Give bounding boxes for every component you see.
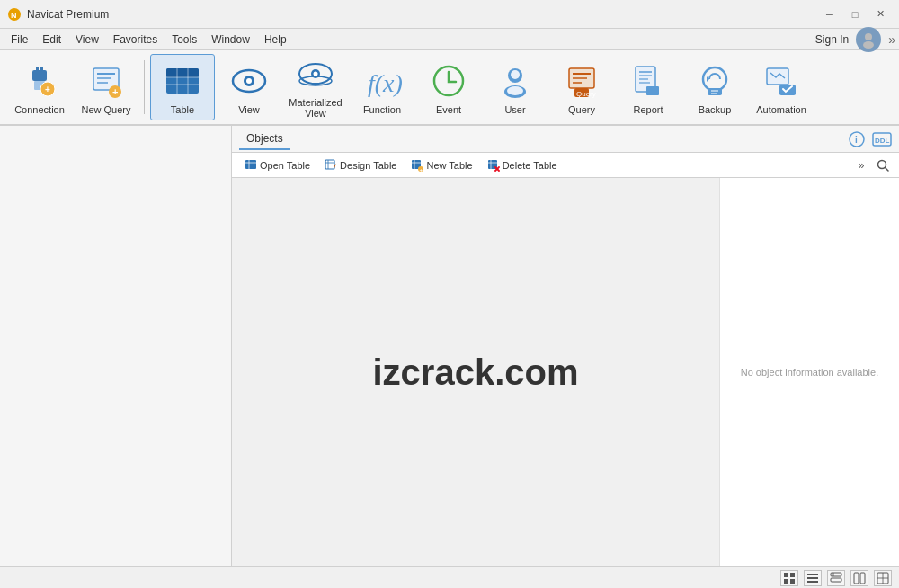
toolbar-query[interactable]: Query Query <box>549 54 614 120</box>
grid-view-icon <box>783 572 796 584</box>
svg-rect-60 <box>325 160 334 169</box>
svg-rect-77 <box>784 579 788 584</box>
toolbar-function[interactable]: f(x) Function <box>350 54 414 120</box>
svg-rect-82 <box>831 573 841 576</box>
user-avatar <box>856 27 881 52</box>
view-icon <box>229 61 269 101</box>
svg-text:i: i <box>855 135 858 145</box>
minimize-button[interactable]: ─ <box>818 5 841 23</box>
svg-rect-5 <box>36 67 39 71</box>
toolbar-connection[interactable]: + Connection <box>7 54 72 120</box>
open-table-icon <box>245 159 257 172</box>
status-bar <box>0 566 899 588</box>
ddl-icon[interactable]: DDL <box>872 129 892 149</box>
toolbar-sep-1 <box>144 60 145 114</box>
delete-table-label: Delete Table <box>503 160 557 171</box>
action-bar: Open Table Design Table <box>232 153 899 178</box>
svg-rect-83 <box>831 578 841 582</box>
svg-text:+: + <box>112 86 118 97</box>
user-icon <box>495 61 535 101</box>
svg-rect-85 <box>854 573 859 584</box>
svg-text:DDL: DDL <box>875 137 890 145</box>
toolbar-user[interactable]: User <box>483 54 547 120</box>
details-view-icon <box>830 572 842 584</box>
close-button[interactable]: ✕ <box>868 5 892 23</box>
menu-help[interactable]: Help <box>257 31 294 48</box>
design-table-button[interactable]: Design Table <box>319 157 402 174</box>
expand-icon[interactable]: » <box>888 32 895 47</box>
svg-text:Query: Query <box>576 90 596 98</box>
title-bar-left: N Navicat Premium <box>7 7 109 22</box>
new-query-icon: + <box>86 61 126 101</box>
design-table-label: Design Table <box>340 160 396 171</box>
toolbar-materialized-view[interactable]: Materialized View <box>283 54 348 120</box>
svg-point-33 <box>511 70 520 79</box>
svg-rect-76 <box>790 573 795 577</box>
list-view-icon <box>806 572 819 584</box>
no-info-text: No object information available. <box>741 367 878 378</box>
sign-in-area: Sign In » <box>815 27 895 52</box>
action-more-button[interactable]: » <box>852 156 870 174</box>
svg-text:N: N <box>11 11 17 20</box>
column-view-icon <box>853 572 866 584</box>
status-grid-icon[interactable] <box>780 570 798 586</box>
event-label: Event <box>436 104 461 115</box>
window-controls: ─ □ ✕ <box>818 5 892 23</box>
svg-line-74 <box>886 167 889 171</box>
status-expand-icon[interactable] <box>874 570 892 586</box>
toolbar-backup[interactable]: Backup <box>682 54 747 120</box>
info-icon[interactable]: i <box>847 129 867 149</box>
automation-icon-area <box>760 59 803 102</box>
svg-text:+: + <box>45 85 50 94</box>
delete-table-button[interactable]: Delete Table <box>482 157 563 174</box>
backup-icon <box>695 61 734 101</box>
svg-rect-48 <box>708 88 722 95</box>
toolbar-new-query[interactable]: + New Query <box>74 54 138 120</box>
menu-favorites[interactable]: Favorites <box>106 31 165 48</box>
tab-objects[interactable]: Objects <box>239 129 290 150</box>
title-bar: N Navicat Premium ─ □ ✕ <box>0 0 899 29</box>
menu-edit[interactable]: Edit <box>35 31 68 48</box>
svg-rect-6 <box>40 67 43 71</box>
sign-in-button[interactable]: Sign In <box>815 33 849 46</box>
main-toolbar: + Connection + New Query <box>0 50 899 126</box>
toolbar-event[interactable]: Event <box>416 54 481 120</box>
status-list-icon[interactable] <box>804 570 822 586</box>
svg-point-27 <box>314 72 318 76</box>
maximize-button[interactable]: □ <box>843 5 867 23</box>
open-table-svg <box>245 159 257 172</box>
new-table-icon: + <box>411 159 423 172</box>
svg-point-3 <box>863 41 874 49</box>
new-table-button[interactable]: + New Table <box>405 157 477 174</box>
app-logo-icon: N <box>7 7 22 22</box>
event-icon-area <box>427 59 470 102</box>
menu-view[interactable]: View <box>68 31 106 48</box>
info-icons-area: i DDL <box>840 129 899 149</box>
object-tabs-row: Objects i DDL <box>232 126 899 153</box>
query-label: Query <box>568 104 595 115</box>
toolbar-table[interactable]: Table <box>150 54 215 120</box>
avatar-icon <box>859 31 877 49</box>
info-circle-icon: i <box>849 131 865 147</box>
status-column-icon[interactable] <box>850 570 868 586</box>
main-content: izcrack.com No object information availa… <box>232 178 899 566</box>
toolbar-automation[interactable]: Automation <box>749 54 814 120</box>
open-table-button[interactable]: Open Table <box>239 157 316 174</box>
svg-point-34 <box>507 86 523 95</box>
menu-tools[interactable]: Tools <box>165 31 204 48</box>
delete-table-icon <box>487 159 500 172</box>
function-icon-area: f(x) <box>360 59 404 102</box>
menu-file[interactable]: File <box>4 31 35 48</box>
design-table-icon <box>325 159 337 172</box>
svg-rect-86 <box>860 573 865 584</box>
svg-text:+: + <box>420 166 423 172</box>
status-details-icon[interactable] <box>827 570 845 586</box>
menu-window[interactable]: Window <box>204 31 257 48</box>
toolbar-view[interactable]: View <box>217 54 281 120</box>
left-sidebar <box>0 126 232 566</box>
expand-view-icon <box>877 572 889 584</box>
action-search-button[interactable] <box>874 156 892 174</box>
svg-rect-46 <box>646 86 659 95</box>
connection-label: Connection <box>14 104 65 115</box>
toolbar-report[interactable]: Report <box>616 54 681 120</box>
